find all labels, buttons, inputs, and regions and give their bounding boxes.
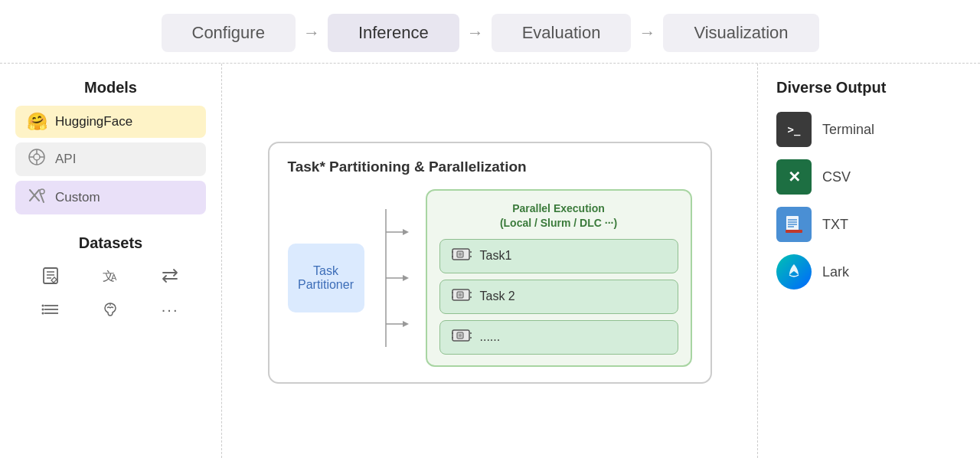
parallel-exec-title: Parallel Execution(Local / Slurm / DLC ·… (439, 201, 678, 229)
models-title: Models (15, 79, 206, 97)
task-box-3: ...... (439, 320, 678, 355)
terminal-icon-box: >_ (776, 112, 812, 147)
svg-point-19 (41, 305, 44, 307)
datasets-section: Datasets 文 A (15, 234, 206, 324)
task-inner: TaskPartitioner (288, 189, 692, 366)
main-content: Models 🤗 HuggingFace API (0, 64, 980, 458)
terminal-label: Terminal (822, 122, 874, 138)
svg-point-46 (459, 334, 462, 337)
right-panel: Diverse Output >_ Terminal ✕ CSV (758, 64, 980, 458)
arrow-2: → (467, 23, 484, 43)
step-configure: Configure (162, 14, 296, 52)
parallel-execution-area: Parallel Execution(Local / Slurm / DLC ·… (426, 189, 692, 366)
svg-point-21 (41, 312, 44, 315)
task-box-1: Task1 (439, 239, 678, 273)
dataset-icon-brain (83, 295, 139, 324)
step-evaluation: Evaluation (492, 14, 632, 52)
task-row-2: Task 2 (439, 280, 678, 314)
arrow-1: → (303, 23, 320, 43)
txt-icon-box (776, 207, 812, 242)
datasets-icons: 文 A (15, 261, 206, 324)
svg-line-9 (41, 194, 44, 203)
svg-point-1 (34, 154, 40, 160)
api-label: API (55, 152, 76, 167)
pipeline-header: Configure → Inference → Evaluation → Vis… (0, 0, 980, 64)
middle-panel: Task* Partitioning & Parallelization Tas… (222, 64, 758, 458)
task-row-1: Task1 (439, 239, 678, 273)
output-title: Diverse Output (776, 79, 962, 97)
datasets-title: Datasets (15, 234, 206, 252)
task-label-1: Task1 (480, 249, 512, 263)
svg-point-39 (459, 293, 462, 296)
svg-marker-29 (403, 321, 409, 327)
gpu-icon-1 (451, 246, 472, 267)
task-partitioning-title: Task* Partitioning & Parallelization (288, 159, 692, 175)
svg-rect-51 (786, 216, 799, 231)
task-partitioner-box: TaskPartitioner (288, 244, 364, 312)
svg-point-20 (41, 309, 44, 311)
svg-marker-27 (403, 275, 409, 281)
gpu-icon-3 (451, 327, 472, 348)
csv-label: CSV (822, 169, 851, 185)
hf-icon: 🤗 (26, 112, 47, 132)
svg-marker-25 (403, 229, 409, 235)
output-item-csv: ✕ CSV (776, 159, 962, 195)
hf-label: HuggingFace (55, 114, 132, 129)
task-partitioning-box: Task* Partitioning & Parallelization Tas… (268, 142, 712, 383)
task-row-3: ...... (439, 320, 678, 355)
dataset-icon-translate: 文 A (83, 261, 139, 290)
svg-point-32 (459, 253, 462, 256)
task-label-3: ...... (480, 330, 501, 344)
arrow-3: → (639, 23, 655, 43)
lark-label: Lark (822, 264, 849, 280)
task-label-2: Task 2 (480, 290, 515, 303)
lark-icon-box (776, 254, 812, 290)
model-api: API (15, 142, 206, 176)
step-inference: Inference (328, 14, 459, 52)
output-item-txt: TXT (776, 207, 962, 242)
step-visualization: Visualization (663, 14, 818, 52)
api-icon (26, 149, 47, 170)
csv-icon-box: ✕ (776, 159, 812, 195)
dataset-icon-convert (142, 261, 198, 290)
models-section: Models 🤗 HuggingFace API (15, 79, 206, 219)
dataset-icon-edit (23, 261, 80, 290)
dataset-icon-more: ··· (142, 295, 198, 324)
model-hf: 🤗 HuggingFace (15, 106, 206, 138)
gpu-icon-2 (451, 286, 472, 307)
dataset-icon-list (23, 295, 80, 324)
output-item-terminal: >_ Terminal (776, 112, 962, 147)
custom-label: Custom (55, 190, 100, 205)
model-custom: Custom (15, 181, 206, 214)
svg-text:A: A (111, 273, 117, 282)
output-item-lark: Lark (776, 254, 962, 290)
arrow-connector (380, 209, 410, 347)
left-panel: Models 🤗 HuggingFace API (0, 64, 222, 458)
custom-icon (26, 187, 47, 208)
svg-rect-56 (786, 230, 802, 233)
task-box-2: Task 2 (439, 280, 678, 314)
txt-label: TXT (822, 217, 848, 233)
